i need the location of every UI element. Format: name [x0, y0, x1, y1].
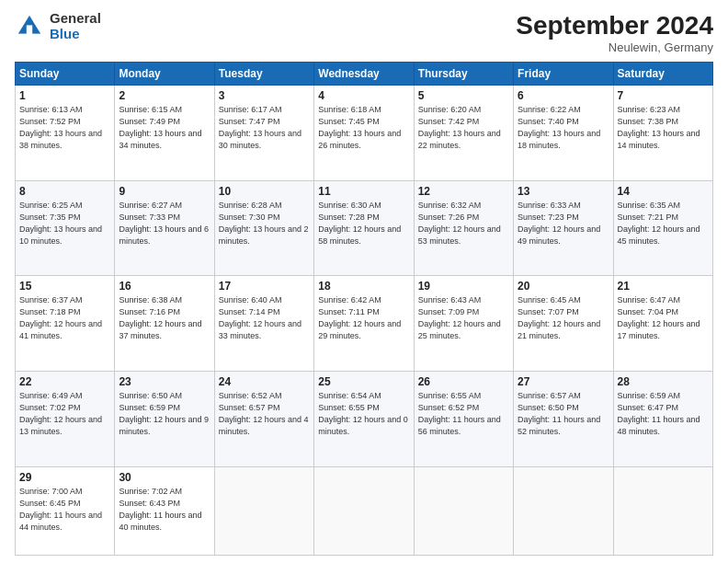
day-number: 29 — [19, 471, 110, 484]
calendar-cell — [314, 466, 414, 555]
day-info: Sunrise: 6:25 AMSunset: 7:35 PMDaylight:… — [19, 201, 102, 246]
day-number: 18 — [318, 280, 409, 293]
calendar-cell: 8Sunrise: 6:25 AMSunset: 7:35 PMDaylight… — [16, 180, 115, 276]
day-info: Sunrise: 6:13 AMSunset: 7:52 PMDaylight:… — [19, 105, 102, 150]
day-info: Sunrise: 6:35 AMSunset: 7:21 PMDaylight:… — [618, 201, 700, 246]
calendar-cell: 24Sunrise: 6:52 AMSunset: 6:57 PMDayligh… — [214, 371, 313, 466]
logo-general-text: General — [50, 11, 101, 27]
day-number: 6 — [518, 89, 609, 102]
title-block: September 2024 Neulewin, Germany — [516, 11, 713, 54]
day-number: 25 — [318, 375, 409, 388]
day-info: Sunrise: 6:52 AMSunset: 6:57 PMDaylight:… — [219, 391, 309, 436]
calendar-cell: 20Sunrise: 6:45 AMSunset: 7:07 PMDayligh… — [514, 276, 613, 372]
calendar-cell: 2Sunrise: 6:15 AMSunset: 7:49 PMDaylight… — [115, 86, 214, 181]
day-info: Sunrise: 6:23 AMSunset: 7:38 PMDaylight:… — [618, 105, 700, 150]
day-info: Sunrise: 6:59 AMSunset: 6:47 PMDaylight:… — [618, 391, 700, 436]
day-number: 28 — [618, 375, 709, 388]
day-number: 17 — [219, 280, 310, 293]
day-number: 27 — [518, 375, 609, 388]
day-info: Sunrise: 6:57 AMSunset: 6:50 PMDaylight:… — [518, 391, 600, 436]
calendar-cell: 23Sunrise: 6:50 AMSunset: 6:59 PMDayligh… — [115, 371, 214, 466]
day-info: Sunrise: 6:28 AMSunset: 7:30 PMDaylight:… — [219, 201, 309, 246]
day-number: 8 — [19, 185, 110, 198]
logo-text: General Blue — [50, 11, 101, 41]
calendar-cell: 3Sunrise: 6:17 AMSunset: 7:47 PMDaylight… — [214, 86, 313, 181]
day-number: 12 — [418, 185, 509, 198]
col-header-wednesday: Wednesday — [314, 63, 414, 86]
day-info: Sunrise: 6:45 AMSunset: 7:07 PMDaylight:… — [518, 295, 600, 340]
day-info: Sunrise: 6:15 AMSunset: 7:49 PMDaylight:… — [119, 105, 201, 150]
day-number: 1 — [19, 89, 110, 102]
day-info: Sunrise: 6:30 AMSunset: 7:28 PMDaylight:… — [318, 201, 401, 246]
day-number: 26 — [418, 375, 509, 388]
calendar-cell: 10Sunrise: 6:28 AMSunset: 7:30 PMDayligh… — [214, 180, 313, 276]
day-info: Sunrise: 7:00 AMSunset: 6:45 PMDaylight:… — [19, 487, 102, 532]
col-header-tuesday: Tuesday — [214, 63, 313, 86]
calendar-week-2: 8Sunrise: 6:25 AMSunset: 7:35 PMDaylight… — [16, 180, 713, 276]
day-info: Sunrise: 6:50 AMSunset: 6:59 PMDaylight:… — [119, 391, 209, 436]
calendar-cell: 16Sunrise: 6:38 AMSunset: 7:16 PMDayligh… — [115, 276, 214, 372]
day-number: 11 — [318, 185, 409, 198]
day-number: 7 — [618, 89, 709, 102]
calendar-week-5: 29Sunrise: 7:00 AMSunset: 6:45 PMDayligh… — [16, 466, 713, 555]
day-number: 23 — [119, 375, 210, 388]
calendar-cell: 7Sunrise: 6:23 AMSunset: 7:38 PMDaylight… — [613, 86, 712, 181]
day-info: Sunrise: 6:40 AMSunset: 7:14 PMDaylight:… — [219, 295, 301, 340]
day-info: Sunrise: 6:43 AMSunset: 7:09 PMDaylight:… — [418, 295, 501, 340]
calendar-cell: 13Sunrise: 6:33 AMSunset: 7:23 PMDayligh… — [514, 180, 613, 276]
location: Neulewin, Germany — [516, 40, 713, 54]
day-number: 30 — [119, 471, 210, 484]
day-info: Sunrise: 6:47 AMSunset: 7:04 PMDaylight:… — [618, 295, 700, 340]
calendar-cell: 6Sunrise: 6:22 AMSunset: 7:40 PMDaylight… — [514, 86, 613, 181]
day-number: 15 — [19, 280, 110, 293]
day-info: Sunrise: 6:27 AMSunset: 7:33 PMDaylight:… — [119, 201, 209, 246]
calendar-week-4: 22Sunrise: 6:49 AMSunset: 7:02 PMDayligh… — [16, 371, 713, 466]
day-info: Sunrise: 7:02 AMSunset: 6:43 PMDaylight:… — [119, 487, 201, 532]
day-number: 3 — [219, 89, 310, 102]
calendar-cell: 26Sunrise: 6:55 AMSunset: 6:52 PMDayligh… — [414, 371, 513, 466]
logo-icon — [15, 12, 44, 41]
day-number: 22 — [19, 375, 110, 388]
day-number: 13 — [518, 185, 609, 198]
col-header-thursday: Thursday — [414, 63, 513, 86]
calendar-cell: 21Sunrise: 6:47 AMSunset: 7:04 PMDayligh… — [613, 276, 712, 372]
day-info: Sunrise: 6:20 AMSunset: 7:42 PMDaylight:… — [418, 105, 501, 150]
calendar-week-3: 15Sunrise: 6:37 AMSunset: 7:18 PMDayligh… — [16, 276, 713, 372]
day-info: Sunrise: 6:33 AMSunset: 7:23 PMDaylight:… — [518, 201, 600, 246]
month-title: September 2024 — [516, 11, 713, 40]
day-number: 10 — [219, 185, 310, 198]
day-info: Sunrise: 6:37 AMSunset: 7:18 PMDaylight:… — [19, 295, 102, 340]
day-info: Sunrise: 6:42 AMSunset: 7:11 PMDaylight:… — [318, 295, 401, 340]
calendar-cell: 1Sunrise: 6:13 AMSunset: 7:52 PMDaylight… — [16, 86, 115, 181]
svg-rect-2 — [27, 25, 32, 34]
col-header-friday: Friday — [514, 63, 613, 86]
calendar-cell — [214, 466, 313, 555]
day-number: 19 — [418, 280, 509, 293]
col-header-saturday: Saturday — [613, 63, 712, 86]
calendar-cell: 27Sunrise: 6:57 AMSunset: 6:50 PMDayligh… — [514, 371, 613, 466]
day-info: Sunrise: 6:54 AMSunset: 6:55 PMDaylight:… — [318, 391, 408, 436]
calendar-cell — [414, 466, 513, 555]
calendar-cell: 17Sunrise: 6:40 AMSunset: 7:14 PMDayligh… — [214, 276, 313, 372]
calendar-cell — [613, 466, 712, 555]
header: General Blue September 2024 Neulewin, Ge… — [15, 11, 713, 54]
day-number: 24 — [219, 375, 310, 388]
calendar-cell: 29Sunrise: 7:00 AMSunset: 6:45 PMDayligh… — [16, 466, 115, 555]
calendar-cell: 19Sunrise: 6:43 AMSunset: 7:09 PMDayligh… — [414, 276, 513, 372]
logo: General Blue — [15, 11, 101, 41]
calendar-cell: 14Sunrise: 6:35 AMSunset: 7:21 PMDayligh… — [613, 180, 712, 276]
day-number: 4 — [318, 89, 409, 102]
calendar-table: SundayMondayTuesdayWednesdayThursdayFrid… — [15, 62, 713, 556]
calendar-cell: 28Sunrise: 6:59 AMSunset: 6:47 PMDayligh… — [613, 371, 712, 466]
day-number: 16 — [119, 280, 210, 293]
day-info: Sunrise: 6:49 AMSunset: 7:02 PMDaylight:… — [19, 391, 102, 436]
day-info: Sunrise: 6:32 AMSunset: 7:26 PMDaylight:… — [418, 201, 501, 246]
day-info: Sunrise: 6:38 AMSunset: 7:16 PMDaylight:… — [119, 295, 201, 340]
day-info: Sunrise: 6:17 AMSunset: 7:47 PMDaylight:… — [219, 105, 301, 150]
col-header-sunday: Sunday — [16, 63, 115, 86]
calendar-cell: 18Sunrise: 6:42 AMSunset: 7:11 PMDayligh… — [314, 276, 414, 372]
calendar-header-row: SundayMondayTuesdayWednesdayThursdayFrid… — [16, 63, 713, 86]
logo-blue-text: Blue — [50, 27, 101, 42]
calendar-cell: 5Sunrise: 6:20 AMSunset: 7:42 PMDaylight… — [414, 86, 513, 181]
day-number: 14 — [618, 185, 709, 198]
